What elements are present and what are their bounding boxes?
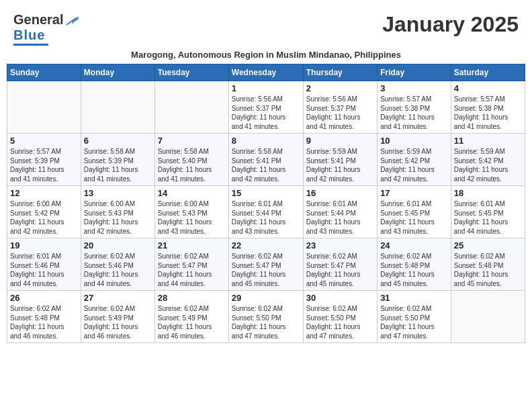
day-number: 10 — [380, 136, 448, 146]
calendar-week-5: 26Sunrise: 6:02 AMSunset: 5:48 PMDayligh… — [7, 291, 525, 343]
day-number: 5 — [10, 136, 78, 146]
day-number: 20 — [84, 240, 152, 250]
day-number: 1 — [232, 83, 300, 93]
weekday-header-tuesday: Tuesday — [154, 64, 228, 81]
day-info: Sunrise: 6:02 AMSunset: 5:50 PMDaylight:… — [306, 304, 374, 340]
day-info: Sunrise: 6:02 AMSunset: 5:49 PMDaylight:… — [158, 304, 226, 340]
calendar-table: SundayMondayTuesdayWednesdayThursdayFrid… — [7, 64, 525, 343]
day-info: Sunrise: 5:59 AMSunset: 5:42 PMDaylight:… — [454, 147, 522, 183]
calendar-cell: 25Sunrise: 6:02 AMSunset: 5:48 PMDayligh… — [451, 238, 525, 291]
day-number: 18 — [454, 188, 522, 198]
day-info: Sunrise: 5:58 AMSunset: 5:41 PMDaylight:… — [232, 147, 300, 183]
day-info: Sunrise: 6:02 AMSunset: 5:46 PMDaylight:… — [84, 252, 152, 288]
day-number: 6 — [84, 136, 152, 146]
calendar-cell: 1Sunrise: 5:56 AMSunset: 5:37 PMDaylight… — [228, 81, 303, 134]
day-info: Sunrise: 6:02 AMSunset: 5:48 PMDaylight:… — [454, 252, 522, 288]
day-number: 23 — [306, 240, 374, 250]
day-number: 7 — [158, 136, 226, 146]
calendar-cell: 28Sunrise: 6:02 AMSunset: 5:49 PMDayligh… — [154, 291, 228, 343]
calendar-week-3: 12Sunrise: 6:00 AMSunset: 5:42 PMDayligh… — [7, 186, 525, 238]
day-info: Sunrise: 5:59 AMSunset: 5:42 PMDaylight:… — [380, 147, 448, 183]
logo-underline — [13, 44, 48, 46]
calendar-cell: 18Sunrise: 6:01 AMSunset: 5:45 PMDayligh… — [451, 186, 525, 238]
day-number: 31 — [380, 293, 448, 303]
day-number: 26 — [10, 293, 78, 303]
calendar-cell: 15Sunrise: 6:01 AMSunset: 5:44 PMDayligh… — [228, 186, 303, 238]
day-info: Sunrise: 6:02 AMSunset: 5:50 PMDaylight:… — [232, 304, 300, 340]
calendar-cell: 17Sunrise: 6:01 AMSunset: 5:45 PMDayligh… — [378, 186, 451, 238]
day-info: Sunrise: 5:58 AMSunset: 5:39 PMDaylight:… — [84, 147, 152, 183]
day-number: 29 — [232, 293, 300, 303]
calendar-week-4: 19Sunrise: 6:01 AMSunset: 5:46 PMDayligh… — [7, 238, 525, 291]
day-number: 12 — [10, 188, 78, 198]
day-info: Sunrise: 6:01 AMSunset: 5:46 PMDaylight:… — [10, 252, 78, 288]
day-number: 11 — [454, 136, 522, 146]
day-info: Sunrise: 6:01 AMSunset: 5:44 PMDaylight:… — [306, 199, 374, 236]
day-number: 9 — [306, 136, 374, 146]
calendar-cell: 11Sunrise: 5:59 AMSunset: 5:42 PMDayligh… — [451, 134, 525, 186]
calendar-header-row: SundayMondayTuesdayWednesdayThursdayFrid… — [7, 64, 525, 81]
day-number: 28 — [158, 293, 226, 303]
weekday-header-monday: Monday — [81, 64, 154, 81]
calendar-cell — [7, 81, 81, 134]
day-info: Sunrise: 6:00 AMSunset: 5:43 PMDaylight:… — [158, 199, 226, 236]
day-number: 19 — [10, 240, 78, 250]
calendar-week-1: 1Sunrise: 5:56 AMSunset: 5:37 PMDaylight… — [7, 81, 525, 134]
calendar-cell: 6Sunrise: 5:58 AMSunset: 5:39 PMDaylight… — [81, 134, 154, 186]
calendar-cell: 5Sunrise: 5:57 AMSunset: 5:39 PMDaylight… — [7, 134, 81, 186]
day-number: 2 — [306, 83, 374, 93]
calendar-cell: 26Sunrise: 6:02 AMSunset: 5:48 PMDayligh… — [7, 291, 81, 343]
subtitle: Marogong, Autonomous Region in Muslim Mi… — [7, 50, 525, 60]
calendar-cell: 12Sunrise: 6:00 AMSunset: 5:42 PMDayligh… — [7, 186, 81, 238]
day-info: Sunrise: 5:59 AMSunset: 5:41 PMDaylight:… — [306, 147, 374, 183]
calendar-cell: 20Sunrise: 6:02 AMSunset: 5:46 PMDayligh… — [81, 238, 154, 291]
weekday-header-saturday: Saturday — [451, 64, 525, 81]
calendar-cell: 3Sunrise: 5:57 AMSunset: 5:38 PMDaylight… — [378, 81, 451, 134]
day-info: Sunrise: 6:02 AMSunset: 5:47 PMDaylight:… — [306, 252, 374, 288]
day-info: Sunrise: 6:02 AMSunset: 5:48 PMDaylight:… — [380, 252, 448, 288]
calendar-week-2: 5Sunrise: 5:57 AMSunset: 5:39 PMDaylight… — [7, 134, 525, 186]
calendar-cell: 16Sunrise: 6:01 AMSunset: 5:44 PMDayligh… — [303, 186, 377, 238]
day-number: 16 — [306, 188, 374, 198]
logo-icon — [64, 15, 79, 26]
month-title: January 2025 — [382, 12, 519, 37]
day-number: 8 — [232, 136, 300, 146]
logo: General Blue — [13, 12, 79, 46]
day-number: 30 — [306, 293, 374, 303]
weekday-header-sunday: Sunday — [7, 64, 81, 81]
day-info: Sunrise: 5:56 AMSunset: 5:37 PMDaylight:… — [232, 95, 300, 131]
day-number: 17 — [380, 188, 448, 198]
day-number: 22 — [232, 240, 300, 250]
day-number: 24 — [380, 240, 448, 250]
day-info: Sunrise: 6:02 AMSunset: 5:48 PMDaylight:… — [10, 304, 78, 340]
day-info: Sunrise: 5:57 AMSunset: 5:38 PMDaylight:… — [454, 95, 522, 131]
calendar-cell: 19Sunrise: 6:01 AMSunset: 5:46 PMDayligh… — [7, 238, 81, 291]
calendar-cell: 9Sunrise: 5:59 AMSunset: 5:41 PMDaylight… — [303, 134, 377, 186]
calendar-cell: 21Sunrise: 6:02 AMSunset: 5:47 PMDayligh… — [154, 238, 228, 291]
calendar-cell: 2Sunrise: 5:56 AMSunset: 5:37 PMDaylight… — [303, 81, 377, 134]
day-info: Sunrise: 6:00 AMSunset: 5:42 PMDaylight:… — [10, 199, 78, 236]
calendar-cell: 27Sunrise: 6:02 AMSunset: 5:49 PMDayligh… — [81, 291, 154, 343]
calendar-cell: 8Sunrise: 5:58 AMSunset: 5:41 PMDaylight… — [228, 134, 303, 186]
day-number: 25 — [454, 240, 522, 250]
weekday-header-friday: Friday — [378, 64, 451, 81]
calendar-cell: 22Sunrise: 6:02 AMSunset: 5:47 PMDayligh… — [228, 238, 303, 291]
calendar-cell — [154, 81, 228, 134]
day-number: 4 — [454, 83, 522, 93]
day-info: Sunrise: 6:02 AMSunset: 5:47 PMDaylight:… — [232, 252, 300, 288]
logo-blue: Blue — [13, 28, 45, 43]
calendar-cell: 10Sunrise: 5:59 AMSunset: 5:42 PMDayligh… — [378, 134, 451, 186]
day-info: Sunrise: 5:56 AMSunset: 5:37 PMDaylight:… — [306, 95, 374, 131]
day-info: Sunrise: 6:01 AMSunset: 5:45 PMDaylight:… — [454, 199, 522, 236]
calendar-cell — [451, 291, 525, 343]
day-number: 15 — [232, 188, 300, 198]
day-number: 14 — [158, 188, 226, 198]
weekday-header-wednesday: Wednesday — [228, 64, 303, 81]
day-info: Sunrise: 6:01 AMSunset: 5:44 PMDaylight:… — [232, 199, 300, 236]
day-info: Sunrise: 6:00 AMSunset: 5:43 PMDaylight:… — [84, 199, 152, 236]
day-number: 13 — [84, 188, 152, 198]
calendar-cell: 31Sunrise: 6:02 AMSunset: 5:50 PMDayligh… — [378, 291, 451, 343]
day-info: Sunrise: 5:57 AMSunset: 5:39 PMDaylight:… — [10, 147, 78, 183]
day-info: Sunrise: 6:02 AMSunset: 5:49 PMDaylight:… — [84, 304, 152, 340]
day-info: Sunrise: 6:02 AMSunset: 5:47 PMDaylight:… — [158, 252, 226, 288]
